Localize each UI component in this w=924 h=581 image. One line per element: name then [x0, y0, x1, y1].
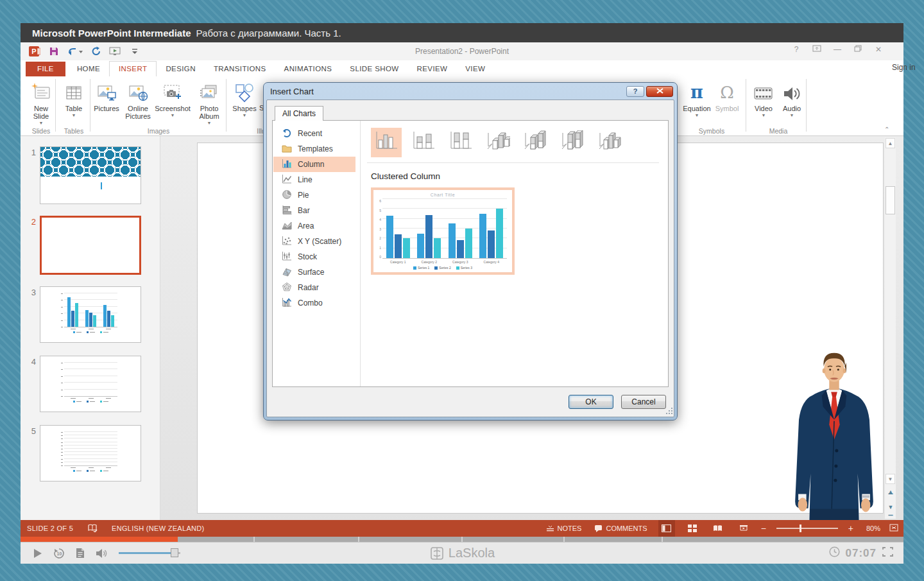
subtype-stacked-column[interactable] — [408, 128, 439, 157]
scroll-up-icon[interactable]: ▲ — [886, 138, 895, 148]
chart-type-x-y-scatter-[interactable]: X Y (Scatter) — [273, 234, 355, 249]
slide-thumbnail-2[interactable] — [40, 216, 141, 275]
ribbon-button-pictures[interactable]: Pictures — [92, 80, 121, 127]
view-normal-icon[interactable] — [658, 520, 675, 537]
notes-toggle[interactable]: NOTES — [544, 520, 584, 537]
language-indicator[interactable]: ENGLISH (NEW ZEALAND) — [112, 525, 204, 532]
collapse-ribbon-icon[interactable]: ⌃ — [884, 126, 889, 133]
ribbon-button-photo-album[interactable]: Photo Album▼ — [191, 80, 227, 127]
chart-type-surface[interactable]: Surface — [273, 264, 355, 280]
tab-transitions[interactable]: TRANSITIONS — [205, 62, 275, 76]
thumbnail-chart — [58, 361, 123, 405]
play-icon[interactable] — [33, 548, 42, 559]
ribbon-button-shapes[interactable]: Shapes▼ — [230, 80, 259, 127]
subtype-100-stacked-column[interactable] — [445, 128, 476, 157]
chart-type-pie[interactable]: Pie — [273, 187, 355, 203]
slide-thumbnail-4[interactable] — [40, 356, 141, 412]
ribbon-button-table[interactable]: Table▼ — [59, 80, 89, 127]
tab-home[interactable]: HOME — [68, 62, 109, 76]
tab-file[interactable]: FILE — [26, 62, 65, 76]
slide-thumbnail-5[interactable] — [40, 425, 141, 481]
chart-type-label: Templates — [298, 144, 333, 153]
chart-type-area[interactable]: Area — [273, 218, 355, 234]
tab-slide-show[interactable]: SLIDE SHOW — [341, 62, 407, 76]
zoom-out-icon[interactable]: − — [761, 523, 766, 533]
tab-review[interactable]: REVIEW — [408, 62, 457, 76]
save-icon[interactable] — [47, 45, 60, 58]
spell-check-icon[interactable] — [87, 523, 98, 533]
chart-type-stock[interactable]: Stock — [273, 249, 355, 264]
vertical-scrollbar[interactable]: ▲ ▼ — [885, 137, 896, 519]
close-window-icon[interactable]: ✕ — [873, 45, 884, 54]
ribbon-display-options-icon[interactable] — [811, 45, 823, 54]
dialog-close-button[interactable] — [646, 86, 673, 97]
subtype-3d-column[interactable] — [594, 128, 625, 157]
zoom-level[interactable]: 80% — [862, 525, 880, 532]
ribbon-button-symbol[interactable]: ΩSymbol — [712, 80, 742, 127]
subtype-3d-clustered-column[interactable] — [483, 128, 513, 157]
tab-view[interactable]: VIEW — [456, 62, 494, 76]
restore-icon[interactable] — [852, 45, 864, 54]
comments-toggle[interactable]: COMMENTS — [592, 520, 649, 537]
undo-icon[interactable] — [67, 45, 83, 58]
slide-thumbnail-1[interactable] — [40, 146, 141, 204]
dialog-resize-grip[interactable] — [665, 408, 672, 415]
tab-design[interactable]: DESIGN — [157, 62, 205, 76]
recent-chart-icon — [281, 128, 293, 140]
fullscreen-icon[interactable] — [882, 547, 893, 559]
subtype-3d-100-stacked-column[interactable] — [557, 128, 588, 157]
ribbon-button-screenshot[interactable]: Screenshot▼ — [155, 80, 190, 127]
video-progress-bar[interactable] — [21, 537, 903, 542]
ribbon-button-new-slide[interactable]: New Slide▼ — [26, 80, 56, 127]
ribbon-button-equation[interactable]: πEquation▼ — [682, 80, 712, 127]
tab-all-charts[interactable]: All Charts — [275, 106, 323, 121]
subtype-clustered-column[interactable] — [371, 128, 402, 157]
view-slideshow-icon[interactable] — [735, 520, 752, 537]
chart-type-combo[interactable]: Combo — [273, 295, 355, 311]
customize-quick-access-icon[interactable] — [128, 45, 141, 58]
view-slide-sorter-icon[interactable] — [684, 520, 701, 537]
next-slide-icon[interactable]: ▼▁ — [886, 505, 896, 515]
ok-button[interactable]: OK — [569, 395, 613, 409]
chart-type-column[interactable]: Column — [273, 157, 355, 172]
ribbon-button-video[interactable]: Video▼ — [751, 80, 776, 127]
scrollbar-thumb[interactable] — [886, 186, 895, 214]
view-reading-icon[interactable] — [710, 520, 726, 537]
sign-in-link[interactable]: Sign in — [892, 63, 923, 72]
chart-type-radar[interactable]: Radar — [273, 280, 355, 295]
tab-insert[interactable]: INSERT — [109, 61, 157, 76]
chart-type-templates[interactable]: Templates — [273, 141, 355, 157]
chart-type-bar[interactable]: Bar — [273, 203, 355, 218]
redo-icon[interactable] — [90, 45, 103, 58]
previous-slide-icon[interactable]: ▲▔ — [886, 489, 896, 499]
y-tick — [61, 432, 63, 433]
tab-animations[interactable]: ANIMATIONS — [275, 62, 341, 76]
fit-slide-icon[interactable] — [889, 524, 898, 533]
volume-fill — [119, 552, 172, 554]
ribbon-button-audio[interactable]: Audio▼ — [778, 80, 806, 127]
help-icon[interactable]: ? — [791, 45, 802, 54]
minimize-icon[interactable]: — — [832, 45, 843, 54]
zoom-slider[interactable] — [776, 528, 838, 529]
chart-type-line[interactable]: Line — [273, 172, 355, 187]
chart-legend — [58, 329, 123, 336]
volume-handle[interactable] — [171, 548, 178, 557]
replay-10-icon[interactable]: 10 — [53, 548, 65, 559]
volume-icon[interactable] — [96, 548, 108, 559]
slide-thumbnail-3[interactable] — [40, 286, 141, 343]
dialog-title-bar[interactable]: Insert Chart ? — [264, 83, 677, 100]
ribbon-button-online-pictures[interactable]: Online Pictures — [122, 80, 154, 127]
subtype-3d-stacked-column[interactable] — [520, 128, 551, 157]
cancel-button[interactable]: Cancel — [621, 395, 666, 409]
chart-type-recent[interactable]: Recent — [273, 126, 355, 141]
lesson-notes-icon[interactable] — [76, 548, 85, 559]
scroll-down-icon[interactable]: ▼ — [886, 474, 895, 484]
bar — [75, 303, 78, 327]
dialog-help-button[interactable]: ? — [626, 86, 644, 97]
zoom-slider-thumb[interactable] — [800, 525, 801, 532]
group-label-slides: Slides — [32, 127, 51, 135]
volume-slider[interactable] — [119, 552, 180, 554]
start-slideshow-icon[interactable] — [109, 45, 122, 58]
chart-preview[interactable]: Chart Title6543210Category 1Category 2Ca… — [371, 187, 515, 275]
zoom-in-icon[interactable]: + — [848, 523, 853, 533]
